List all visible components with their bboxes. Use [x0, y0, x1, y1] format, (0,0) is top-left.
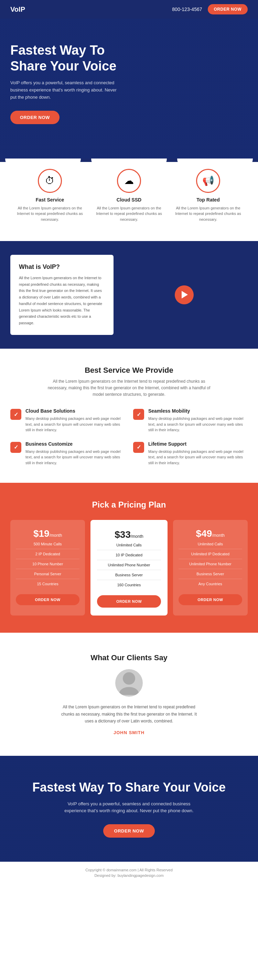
hero-order-button[interactable]: ORDER NOW — [10, 111, 59, 124]
feature-desc-2: All the Lorem Ipsum generators on the In… — [174, 205, 242, 223]
voip-video-area — [120, 285, 248, 304]
pricing-card-0: $19/month 500 Minute Calls 2 IP Dedicate… — [10, 520, 85, 616]
pricing-section: Pick a Pricing Plan $19/month 500 Minute… — [0, 483, 258, 633]
testimonials-title: What Our Clients Say — [10, 653, 248, 662]
pricing-cards: $19/month 500 Minute Calls 2 IP Dedicate… — [10, 520, 248, 616]
voip-text-box: What is VoIP? All the Lorem Ipsum genera… — [10, 255, 113, 335]
voip-section: What is VoIP? All the Lorem Ipsum genera… — [0, 241, 258, 349]
feature-card-1: ☁ Cloud SSD All the Lorem Ipsum generato… — [89, 162, 169, 228]
feature-title-0: Fast Service — [16, 197, 84, 202]
testimonial-text-0: All the Lorem Ipsum generators on the In… — [57, 703, 201, 724]
check-icon-3: ✓ — [133, 442, 144, 453]
plan0-feat0: 500 Minute Calls — [16, 539, 80, 549]
check-icon-0: ✓ — [10, 409, 21, 420]
testimonials-section: What Our Clients Say All the Lorem Ipsum… — [0, 633, 258, 756]
services-section: Best Service We Provide All the Lorem Ip… — [0, 349, 258, 483]
price-1: $33/month — [97, 529, 161, 540]
services-title: Best Service We Provide — [10, 366, 248, 375]
svg-point-5 — [119, 687, 139, 695]
service-title-2: Business Customize — [25, 441, 125, 447]
hero-section: Fastest Way To Share Your Voice VoIP off… — [0, 19, 258, 159]
hero-title: Fastest Way To Share Your Voice — [10, 43, 127, 74]
plan2-feat2: Unlimited Phone Number — [178, 559, 242, 569]
feature-desc-1: All the Lorem Ipsum generators on the In… — [95, 205, 163, 223]
feature-title-2: Top Rated — [174, 197, 242, 202]
plan2-order-button[interactable]: ORDER NOW — [178, 594, 242, 605]
plan0-feat4: 15 Countries — [16, 579, 80, 589]
service-info-2: Business Customize Many desktop publishi… — [25, 441, 125, 466]
features-strip: ⏱ Fast Service All the Lorem Ipsum gener… — [0, 162, 258, 242]
pricing-card-2: $49/month Unlimited Calls Unlimited IP D… — [173, 520, 248, 616]
hero-text: VoIP offers you a powerful, seamless and… — [10, 80, 120, 101]
cloud-ssd-icon: ☁ — [117, 169, 141, 193]
voip-body: All the Lorem Ipsum generators on the In… — [19, 275, 105, 326]
play-triangle-icon — [182, 291, 188, 299]
features-row: ⏱ Fast Service All the Lorem Ipsum gener… — [10, 162, 248, 228]
plan1-order-button[interactable]: ORDER NOW — [97, 595, 161, 608]
price-amount-0: $19 — [33, 528, 49, 539]
footer-copyright: Copyright © domainname.com | All Rights … — [10, 868, 248, 872]
price-amount-1: $33 — [115, 529, 131, 540]
plan0-order-button[interactable]: ORDER NOW — [16, 594, 80, 605]
plan1-feat1: 10 IP Dedicated — [97, 550, 161, 560]
voip-title: What is VoIP? — [19, 263, 105, 270]
play-button[interactable] — [175, 285, 194, 304]
top-rated-icon: 📢 — [196, 169, 220, 193]
plan0-feat3: Personal Server — [16, 569, 80, 579]
feature-desc-0: All the Lorem Ipsum generators on the In… — [16, 205, 84, 223]
cta-text: VoIP offers you a powerful, seamless and… — [64, 800, 194, 815]
phone-number: 800-123-4567 — [172, 6, 202, 12]
testimonial-name-0: JOHN SMITH — [10, 730, 248, 735]
nav-order-button[interactable]: ORDER NOW — [208, 4, 248, 14]
plan2-feat0: Unlimited Calls — [178, 539, 242, 549]
cta-section: Fastest Way To Share Your Voice VoIP off… — [0, 756, 258, 862]
service-desc-2: Many desktop publishing packages and web… — [25, 449, 125, 466]
plan1-feat0: Unlimited Calls — [97, 540, 161, 550]
check-icon-1: ✓ — [133, 409, 144, 420]
cta-title: Fastest Way To Share Your Voice — [10, 780, 248, 795]
navbar: VoIP 800-123-4567 ORDER NOW — [0, 0, 258, 19]
feature-title-1: Cloud SSD — [95, 197, 163, 202]
plan1-feat2: Unlimited Phone Number — [97, 560, 161, 570]
pricing-title: Pick a Pricing Plan — [10, 500, 248, 510]
service-title-1: Seamless Mobility — [148, 408, 248, 414]
check-icon-2: ✓ — [10, 442, 21, 453]
service-info-3: Lifetime Support Many desktop publishing… — [148, 441, 248, 466]
plan1-feat3: Business Server — [97, 570, 161, 580]
svg-point-4 — [123, 672, 135, 685]
services-grid: ✓ Cloud Base Solutions Many desktop publ… — [10, 408, 248, 466]
pricing-card-1: $33/month Unlimited Calls 10 IP Dedicate… — [91, 520, 167, 616]
price-0: $19/month — [16, 528, 80, 539]
brand-logo: VoIP — [10, 5, 25, 13]
service-item-3: ✓ Lifetime Support Many desktop publishi… — [133, 441, 248, 466]
feature-card-2: 📢 Top Rated All the Lorem Ipsum generato… — [169, 162, 248, 228]
navbar-right: 800-123-4567 ORDER NOW — [172, 4, 248, 14]
fast-service-icon: ⏱ — [38, 169, 62, 193]
service-desc-3: Many desktop publishing packages and web… — [148, 449, 248, 466]
site-footer: Copyright © domainname.com | All Rights … — [0, 862, 258, 884]
plan2-feat3: Business Server — [178, 569, 242, 579]
price-amount-2: $49 — [196, 528, 212, 539]
footer-design: Designed by: buylandingpagedesign.com — [10, 873, 248, 878]
services-subtitle: All the Lorem Ipsum generators on the In… — [43, 378, 215, 398]
plan1-feat4: 160 Countries — [97, 580, 161, 590]
service-info-1: Seamless Mobility Many desktop publishin… — [148, 408, 248, 433]
feature-card-0: ⏱ Fast Service All the Lorem Ipsum gener… — [10, 162, 89, 228]
price-period-0: /month — [49, 533, 62, 538]
price-period-2: /month — [212, 533, 225, 538]
plan2-feat4: Any Countries — [178, 579, 242, 589]
plan0-feat2: 10 Phone Number — [16, 559, 80, 569]
cta-order-button[interactable]: ORDER NOW — [103, 824, 155, 838]
service-title-3: Lifetime Support — [148, 441, 248, 447]
price-period-1: /month — [131, 534, 143, 539]
testimonial-avatar — [115, 669, 143, 697]
service-title-0: Cloud Base Solutions — [25, 408, 125, 414]
plan0-feat1: 2 IP Dedicated — [16, 549, 80, 559]
price-2: $49/month — [178, 528, 242, 539]
plan2-feat1: Unlimited IP Dedicated — [178, 549, 242, 559]
service-desc-1: Many desktop publishing packages and web… — [148, 416, 248, 433]
service-info-0: Cloud Base Solutions Many desktop publis… — [25, 408, 125, 433]
service-item-0: ✓ Cloud Base Solutions Many desktop publ… — [10, 408, 125, 433]
service-desc-0: Many desktop publishing packages and web… — [25, 416, 125, 433]
service-item-2: ✓ Business Customize Many desktop publis… — [10, 441, 125, 466]
